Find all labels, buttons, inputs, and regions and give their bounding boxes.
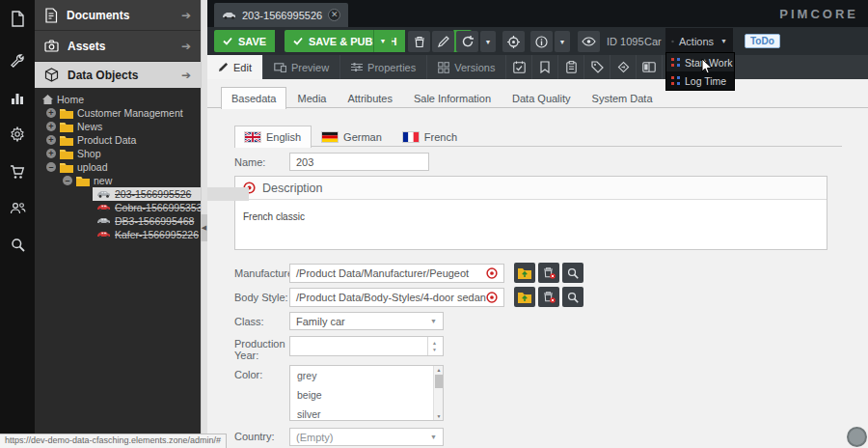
class-select[interactable]: Family car ▼: [289, 312, 444, 330]
tab-lang-english[interactable]: English: [234, 126, 312, 148]
german-flag-icon: [322, 132, 338, 142]
body-style-search-button[interactable]: [562, 287, 583, 307]
tree-item-object[interactable]: DB3-1566995468: [96, 214, 194, 228]
body-style-remove-button[interactable]: [538, 287, 559, 307]
tree-label: Kafer-1566995226: [115, 229, 199, 240]
color-option[interactable]: silver: [290, 405, 443, 421]
tab-close-icon[interactable]: ✕: [328, 9, 340, 21]
actions-button[interactable]: Actions ▼: [665, 28, 733, 54]
notes-button[interactable]: [558, 55, 584, 79]
splitter-collapse-handle[interactable]: ◀: [201, 214, 207, 241]
color-option[interactable]: grey: [290, 366, 443, 385]
collapse-minus-icon[interactable]: –: [46, 162, 56, 172]
tree-item-home[interactable]: Home: [42, 93, 84, 106]
manufacturer-remove-button[interactable]: [538, 263, 559, 283]
tab-system-data[interactable]: System Data: [582, 87, 664, 108]
tree-item-object[interactable]: Cobra-1566995353: [96, 201, 203, 214]
accordion-assets[interactable]: Assets ➔: [35, 31, 201, 62]
body-style-input[interactable]: /Product Data/Body-Styles/4-door sedan: [289, 288, 504, 307]
color-list-scrollbar[interactable]: ▲ ▼: [433, 366, 443, 420]
uk-flag-icon: [245, 132, 260, 142]
compare-layout-button[interactable]: [637, 55, 663, 79]
collapse-minus-icon[interactable]: –: [63, 176, 72, 185]
tab-data-quality[interactable]: Data Quality: [502, 87, 582, 108]
scrollbar-thumb[interactable]: [435, 375, 443, 388]
left-icon-rail: [0, 0, 35, 448]
locate-in-tree-button[interactable]: [502, 31, 525, 52]
menu-item-log-time[interactable]: Log Time: [666, 71, 734, 90]
reload-button[interactable]: [456, 31, 478, 52]
manufacturer-input[interactable]: /Product Data/Manufacturer/Peugeot: [289, 264, 504, 283]
settings-gear-icon[interactable]: [0, 120, 35, 149]
info-button[interactable]: [530, 31, 553, 52]
tree-item-customer-management[interactable]: + Customer Management: [46, 106, 183, 120]
tree-item-upload[interactable]: – upload: [46, 160, 108, 174]
menu-item-start-work[interactable]: Start Work: [666, 53, 734, 71]
tree-item-news[interactable]: + News: [46, 120, 102, 133]
save-button[interactable]: SAVE: [214, 30, 275, 52]
save-publish-dropdown-button[interactable]: ▼: [373, 30, 392, 52]
background-jobs-indicator[interactable]: [847, 427, 867, 447]
tree-item-object-selected[interactable]: 203-1566995526: [93, 187, 249, 201]
relation-target-icon: [486, 267, 498, 279]
tab-lang-german[interactable]: German: [312, 126, 393, 147]
tab-attributes[interactable]: Attributes: [337, 87, 402, 108]
production-year-spinner[interactable]: ▲▼: [289, 336, 444, 356]
manufacturer-search-button[interactable]: [562, 263, 583, 283]
reload-dropdown-button[interactable]: ▼: [480, 31, 496, 52]
check-icon: [223, 37, 232, 45]
tree-item-object[interactable]: Kafer-1566995226: [96, 228, 199, 241]
body-style-open-button[interactable]: [514, 287, 535, 307]
expand-plus-icon[interactable]: +: [46, 108, 56, 118]
tree-item-shop[interactable]: + Shop: [46, 147, 101, 160]
scroll-up-icon[interactable]: ▲: [434, 367, 444, 373]
scroll-down-icon[interactable]: ▼: [434, 413, 444, 419]
tree-item-product-data[interactable]: + Product Data: [46, 133, 136, 147]
name-input[interactable]: 203: [289, 153, 429, 171]
tools-wrench-icon[interactable]: [0, 46, 35, 75]
tag-icon: [591, 61, 604, 73]
tab-media[interactable]: Media: [286, 87, 337, 108]
description-title: Description: [262, 182, 323, 195]
tab-preview[interactable]: Preview: [263, 55, 340, 79]
file-icon[interactable]: [0, 4, 35, 33]
expand-plus-icon[interactable]: +: [46, 149, 56, 158]
accordion-data-objects[interactable]: Data Objects ➔: [35, 62, 201, 89]
bookmark-button[interactable]: [532, 55, 558, 79]
tab-edit[interactable]: Edit: [207, 55, 263, 79]
check-icon: [293, 37, 303, 45]
rename-button[interactable]: [432, 31, 454, 52]
users-icon[interactable]: [0, 193, 35, 222]
search-icon[interactable]: [0, 230, 35, 259]
clipboard-icon: [566, 61, 577, 73]
color-multiselect[interactable]: grey beige silver ▲ ▼: [289, 365, 444, 421]
delete-button[interactable]: [408, 31, 430, 52]
folder-upload-icon: [518, 267, 531, 279]
open-object-tab[interactable]: 203-1566995526 ✕: [214, 3, 348, 27]
tab-lang-french[interactable]: French: [393, 126, 468, 147]
tab-basedata[interactable]: Basedata: [221, 87, 286, 109]
car-red-icon: [96, 204, 111, 211]
reports-chart-icon[interactable]: [0, 84, 35, 113]
expand-plus-icon[interactable]: +: [46, 135, 56, 145]
manufacturer-open-button[interactable]: [514, 263, 535, 283]
tree-item-new[interactable]: – new: [63, 174, 112, 187]
tab-sale-information[interactable]: Sale Information: [403, 87, 502, 108]
actions-dropdown-menu: Start Work Log Time: [665, 52, 735, 91]
color-option[interactable]: beige: [290, 385, 443, 405]
tab-properties[interactable]: Properties: [340, 55, 427, 79]
tags-button[interactable]: [584, 55, 610, 79]
chevron-down-icon: ▼: [430, 318, 437, 324]
country-select[interactable]: (Empty) ▼: [289, 428, 444, 446]
accordion-documents-label: Documents: [67, 9, 173, 22]
info-dropdown-button[interactable]: ▼: [555, 31, 570, 52]
expand-plus-icon[interactable]: +: [46, 122, 56, 131]
tab-versions[interactable]: Versions: [427, 55, 506, 79]
spinner-arrows-icon[interactable]: ▲▼: [427, 337, 437, 355]
description-textarea[interactable]: French classic: [235, 200, 827, 234]
open-preview-button[interactable]: [578, 31, 600, 52]
ecommerce-cart-icon[interactable]: [0, 157, 35, 186]
workflow-button[interactable]: [610, 55, 637, 79]
accordion-documents[interactable]: Documents ➔: [35, 0, 201, 31]
schedule-button[interactable]: [506, 55, 532, 79]
